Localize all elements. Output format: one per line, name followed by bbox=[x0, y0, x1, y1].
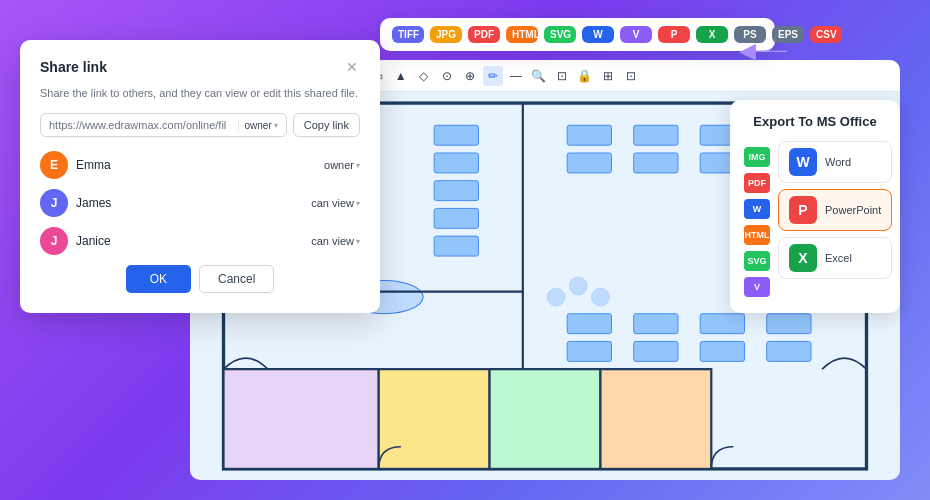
svg-rect-19 bbox=[434, 181, 478, 201]
mini-badge-svg[interactable]: SVG bbox=[744, 251, 770, 271]
mini-badge-v[interactable]: V bbox=[744, 277, 770, 297]
format-ppt[interactable]: P bbox=[658, 26, 690, 43]
excel-label: Excel bbox=[825, 252, 852, 264]
format-bar: TIFF JPG PDF HTML SVG W V P X PS EPS CSV bbox=[380, 18, 775, 51]
export-panel: Export To MS Office IMG PDF W HTML SVG V… bbox=[730, 100, 900, 313]
format-tiff[interactable]: TIFF bbox=[392, 26, 424, 43]
user-row-james: J James can view ▾ bbox=[40, 189, 360, 217]
user-role-emma[interactable]: owner ▾ bbox=[324, 159, 360, 171]
format-xls[interactable]: X bbox=[696, 26, 728, 43]
toolbar-line[interactable]: — bbox=[506, 66, 526, 86]
svg-rect-34 bbox=[567, 341, 611, 361]
svg-point-40 bbox=[592, 288, 610, 306]
format-word[interactable]: W bbox=[582, 26, 614, 43]
toolbar-img[interactable]: ⊡ bbox=[552, 66, 572, 86]
toolbar-pen[interactable]: ✏ bbox=[483, 66, 503, 86]
format-html[interactable]: HTML bbox=[506, 26, 538, 43]
link-perm-text: owner bbox=[245, 120, 272, 131]
arrow-icon: ◀── bbox=[739, 38, 787, 64]
export-left-icons: IMG PDF W HTML SVG V bbox=[744, 141, 770, 297]
user-role-janice[interactable]: can view ▾ bbox=[311, 235, 360, 247]
link-url-text: https://www.edrawmax.com/online/fil bbox=[49, 119, 234, 131]
role-chevron-emma: ▾ bbox=[356, 161, 360, 170]
svg-rect-21 bbox=[434, 236, 478, 256]
user-name-james: James bbox=[76, 196, 303, 210]
svg-rect-35 bbox=[634, 341, 678, 361]
svg-rect-17 bbox=[434, 125, 478, 145]
format-jpg[interactable]: JPG bbox=[430, 26, 462, 43]
mini-badge-pdf[interactable]: PDF bbox=[744, 173, 770, 193]
svg-rect-22 bbox=[567, 125, 611, 145]
format-csv[interactable]: CSV bbox=[810, 26, 842, 43]
svg-rect-36 bbox=[700, 341, 744, 361]
word-label: Word bbox=[825, 156, 851, 168]
link-permission[interactable]: owner ▾ bbox=[238, 120, 278, 131]
ok-button[interactable]: OK bbox=[126, 265, 191, 293]
dialog-title: Share link bbox=[40, 59, 107, 75]
svg-rect-4 bbox=[600, 369, 711, 469]
svg-rect-24 bbox=[634, 125, 678, 145]
dialog-close-button[interactable]: ✕ bbox=[344, 58, 360, 76]
user-name-emma: Emma bbox=[76, 158, 316, 172]
toolbar-hex2[interactable]: ◇ bbox=[414, 66, 434, 86]
mini-badge-img[interactable]: IMG bbox=[744, 147, 770, 167]
ppt-label: PowerPoint bbox=[825, 204, 881, 216]
toolbar-lock[interactable]: 🔒 bbox=[575, 66, 595, 86]
avatar-emma: E bbox=[40, 151, 68, 179]
export-card-excel[interactable]: X Excel bbox=[778, 237, 892, 279]
format-pdf[interactable]: PDF bbox=[468, 26, 500, 43]
export-panel-title: Export To MS Office bbox=[744, 114, 886, 129]
dialog-header: Share link ✕ bbox=[40, 58, 360, 76]
cancel-button[interactable]: Cancel bbox=[199, 265, 274, 293]
toolbar-more[interactable]: ⊡ bbox=[621, 66, 641, 86]
role-chevron-janice: ▾ bbox=[356, 237, 360, 246]
svg-rect-32 bbox=[700, 314, 744, 334]
export-card-word[interactable]: W Word bbox=[778, 141, 892, 183]
toolbar-fill[interactable]: ⊙ bbox=[437, 66, 457, 86]
svg-point-38 bbox=[547, 288, 565, 306]
svg-point-39 bbox=[569, 277, 587, 295]
link-perm-chevron: ▾ bbox=[274, 121, 278, 130]
link-row: https://www.edrawmax.com/online/fil owne… bbox=[40, 113, 360, 137]
excel-icon: X bbox=[789, 244, 817, 272]
toolbar-select[interactable]: ⊕ bbox=[460, 66, 480, 86]
svg-rect-31 bbox=[634, 314, 678, 334]
word-icon: W bbox=[789, 148, 817, 176]
user-row-emma: E Emma owner ▾ bbox=[40, 151, 360, 179]
format-v[interactable]: V bbox=[620, 26, 652, 43]
role-text-janice: can view bbox=[311, 235, 354, 247]
role-chevron-james: ▾ bbox=[356, 199, 360, 208]
svg-rect-2 bbox=[379, 369, 490, 469]
export-card-powerpoint[interactable]: P PowerPoint bbox=[778, 189, 892, 231]
svg-rect-1 bbox=[224, 369, 379, 469]
user-name-janice: Janice bbox=[76, 234, 303, 248]
ppt-icon: P bbox=[789, 196, 817, 224]
copy-link-button[interactable]: Copy link bbox=[293, 113, 360, 137]
share-dialog: Share link ✕ Share the link to others, a… bbox=[20, 40, 380, 313]
toolbar-tri2[interactable]: ▲ bbox=[391, 66, 411, 86]
role-text-emma: owner bbox=[324, 159, 354, 171]
role-text-james: can view bbox=[311, 197, 354, 209]
format-svg[interactable]: SVG bbox=[544, 26, 576, 43]
dialog-description: Share the link to others, and they can v… bbox=[40, 86, 360, 101]
mini-badge-word[interactable]: W bbox=[744, 199, 770, 219]
svg-rect-25 bbox=[634, 153, 678, 173]
avatar-james: J bbox=[40, 189, 68, 217]
svg-rect-20 bbox=[434, 208, 478, 228]
svg-rect-18 bbox=[434, 153, 478, 173]
svg-rect-23 bbox=[567, 153, 611, 173]
toolbar-table[interactable]: ⊞ bbox=[598, 66, 618, 86]
link-input-field[interactable]: https://www.edrawmax.com/online/fil owne… bbox=[40, 113, 287, 137]
svg-rect-37 bbox=[767, 341, 811, 361]
user-role-james[interactable]: can view ▾ bbox=[311, 197, 360, 209]
svg-rect-33 bbox=[767, 314, 811, 334]
user-row-janice: J Janice can view ▾ bbox=[40, 227, 360, 255]
mini-badge-html[interactable]: HTML bbox=[744, 225, 770, 245]
avatar-janice: J bbox=[40, 227, 68, 255]
toolbar-zoom[interactable]: 🔍 bbox=[529, 66, 549, 86]
export-cards: W Word P PowerPoint X Excel bbox=[778, 141, 892, 297]
svg-rect-3 bbox=[490, 369, 601, 469]
dialog-actions: OK Cancel bbox=[40, 265, 360, 293]
svg-rect-30 bbox=[567, 314, 611, 334]
